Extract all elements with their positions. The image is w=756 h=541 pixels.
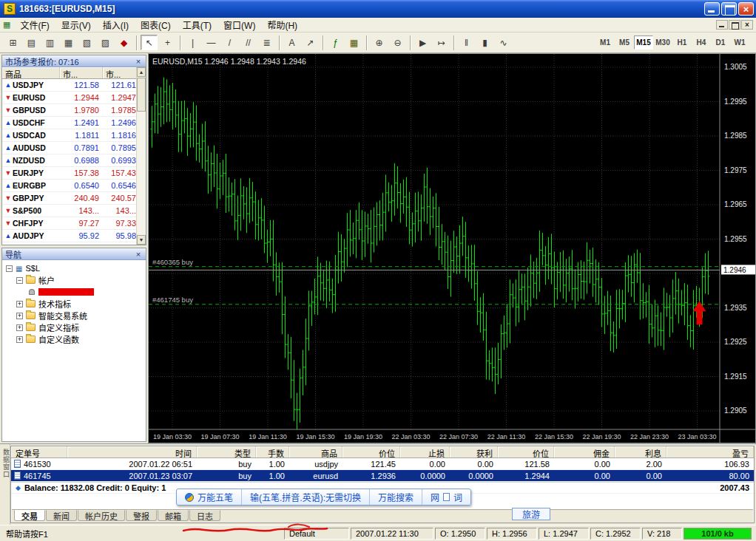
- data-window-button[interactable]: ▦: [60, 35, 77, 50]
- terminal-tab-3[interactable]: 警报: [126, 510, 157, 521]
- market-watch-column-0[interactable]: 商品: [2, 67, 60, 78]
- terminal-tab-0[interactable]: 交易: [14, 510, 45, 521]
- terminal-tab-5[interactable]: 日志: [189, 510, 220, 521]
- bar-chart-button[interactable]: ‖: [458, 35, 475, 50]
- zoom-in-button[interactable]: ⊕: [371, 35, 388, 50]
- timeframe-d1[interactable]: D1: [711, 35, 730, 50]
- market-watch-row[interactable]: ▼GBPUSD1.97801.9785: [2, 104, 146, 117]
- timeframe-m30[interactable]: M30: [653, 35, 672, 50]
- ime-search-button[interactable]: 万能搜索: [370, 489, 422, 505]
- navigator-item-0[interactable]: −帐户: [2, 274, 146, 286]
- expand-icon[interactable]: +: [16, 324, 23, 331]
- data-window-tab[interactable]: 数据窗口: [0, 444, 10, 525]
- zoom-out-button[interactable]: ⊖: [389, 35, 406, 50]
- channel-button[interactable]: //: [240, 35, 257, 50]
- market-watch-column-1[interactable]: 市...: [60, 67, 103, 78]
- vertical-line-button[interactable]: |: [184, 35, 201, 50]
- menu-item-2[interactable]: 插入(I): [97, 20, 135, 32]
- market-watch-row[interactable]: ▲USDCAD1.18111.1816: [2, 129, 146, 142]
- expand-icon[interactable]: +: [16, 336, 23, 343]
- ime-toolbar[interactable]: 万能五笔 输(五笔.拼音.英语):无需切换 万能搜索 网 词: [176, 489, 471, 506]
- minimize-button[interactable]: [704, 2, 720, 16]
- ime-brand[interactable]: 万能五笔: [198, 491, 233, 503]
- indicators-button[interactable]: ƒ: [327, 35, 344, 50]
- new-order-button[interactable]: ◆: [115, 35, 132, 50]
- terminal-column-10[interactable]: 利息: [615, 446, 666, 457]
- market-watch-row[interactable]: ▼EURJPY157.38157.43: [2, 167, 146, 180]
- ime-candidate[interactable]: 旅游: [512, 508, 550, 520]
- market-watch-row[interactable]: ▼CHFJPY97.2797.33: [2, 217, 146, 230]
- auto-scroll-button[interactable]: ▶: [414, 35, 431, 50]
- timeframe-h1[interactable]: H1: [672, 35, 692, 50]
- terminal-column-11[interactable]: 盈亏: [666, 446, 754, 457]
- navigator-title-bar[interactable]: 导航 ×: [2, 248, 146, 260]
- order-row-461745[interactable]: 4617452007.01.23 03:07buy1.00eurusd1.293…: [11, 470, 754, 482]
- market-watch-title-bar[interactable]: 市场参考报价: 07:16 ×: [2, 55, 146, 67]
- scroll-down-icon[interactable]: ▼: [137, 235, 146, 245]
- market-watch-row[interactable]: ▼EURUSD1.29441.2947: [2, 92, 146, 104]
- fibonacci-button[interactable]: ≣: [258, 35, 275, 50]
- profile-box[interactable]: Default: [284, 528, 349, 540]
- scroll-thumb[interactable]: [137, 78, 146, 112]
- market-watch-row[interactable]: ▲AUDJPY95.9295.98: [2, 230, 146, 242]
- expand-icon[interactable]: +: [16, 301, 23, 307]
- maximize-button[interactable]: [721, 2, 737, 16]
- terminal-column-9[interactable]: 佣金: [554, 446, 615, 457]
- chart-shift-button[interactable]: ↦: [433, 35, 450, 50]
- child-restore-button[interactable]: [729, 20, 740, 30]
- terminal-column-1[interactable]: 时间: [67, 446, 197, 457]
- market-watch-row[interactable]: ▲NZDUSD0.69880.6993: [2, 154, 146, 167]
- collapse-icon[interactable]: −: [16, 277, 23, 284]
- terminal-column-7[interactable]: 获利: [450, 446, 498, 457]
- market-watch-row[interactable]: ▲USDJPY121.58121.61: [2, 79, 146, 92]
- arrows-button[interactable]: ↗: [302, 35, 319, 50]
- text-button[interactable]: A: [283, 35, 300, 50]
- navigator-account-item[interactable]: [2, 286, 146, 298]
- menu-item-6[interactable]: 帮助(H): [261, 20, 303, 32]
- timeframe-w1[interactable]: W1: [730, 35, 749, 50]
- market-watch-row[interactable]: ▼GBPJPY240.49240.57: [2, 192, 146, 205]
- market-watch-row[interactable]: ▲EURGBP0.65400.6546: [2, 180, 146, 192]
- chart-area[interactable]: 19 Jan 03:3019 Jan 07:3019 Jan 11:3019 J…: [148, 53, 756, 443]
- trendline-button[interactable]: /: [221, 35, 238, 50]
- horizontal-line-button[interactable]: —: [203, 35, 220, 50]
- terminal-column-2[interactable]: 类型: [197, 446, 256, 457]
- ime-net-button[interactable]: 网: [431, 491, 439, 503]
- market-watch-row[interactable]: ▲USDCHF1.24911.2496: [2, 117, 146, 129]
- navigator-button[interactable]: ▧: [78, 35, 95, 50]
- candlestick-button[interactable]: ▮: [476, 35, 493, 50]
- market-watch-button[interactable]: ▥: [41, 35, 58, 50]
- navigator-item-2[interactable]: +智能交易系统: [2, 310, 146, 321]
- line-chart-button[interactable]: ∿: [495, 35, 512, 50]
- collapse-icon[interactable]: −: [6, 265, 13, 272]
- order-row-461530[interactable]: 4615302007.01.22 06:51buy1.00usdjpy121.4…: [11, 458, 754, 470]
- child-close-button[interactable]: ×: [741, 20, 753, 30]
- scroll-up-icon[interactable]: ▲: [137, 67, 146, 77]
- market-watch-column-2[interactable]: 市...: [103, 67, 140, 78]
- ime-word-button[interactable]: 词: [453, 491, 462, 503]
- terminal-tab-1[interactable]: 新闻: [46, 510, 77, 521]
- terminal-button[interactable]: ▨: [97, 35, 114, 50]
- navigator-root[interactable]: −▦S$L: [2, 262, 146, 274]
- menu-item-4[interactable]: 工具(T): [177, 20, 217, 32]
- menu-item-5[interactable]: 窗口(W): [217, 20, 261, 32]
- terminal-tab-2[interactable]: 帐户历史: [78, 510, 125, 521]
- terminal-tab-4[interactable]: 邮箱: [158, 510, 189, 521]
- terminal-column-6[interactable]: 止损: [400, 446, 450, 457]
- title-bar[interactable]: S 181663:[EURUSD,M15] ×: [0, 0, 756, 18]
- market-watch-scrollbar[interactable]: ▲ ▼: [136, 67, 146, 245]
- terminal-column-5[interactable]: 价位: [342, 446, 400, 457]
- navigator-item-1[interactable]: +技术指标: [2, 298, 146, 310]
- timeframe-m1[interactable]: M1: [595, 35, 615, 50]
- market-watch-row[interactable]: ▲AUDUSD0.78910.7895: [2, 142, 146, 154]
- expand-icon[interactable]: +: [16, 313, 23, 319]
- menu-item-3[interactable]: 图表(C): [135, 20, 177, 32]
- terminal-column-0[interactable]: 定单号: [11, 446, 67, 457]
- navigator-close-icon[interactable]: ×: [134, 250, 143, 259]
- timeframe-m5[interactable]: M5: [615, 35, 634, 50]
- terminal-column-4[interactable]: 商品: [289, 446, 342, 457]
- close-button[interactable]: ×: [738, 2, 754, 16]
- menu-item-1[interactable]: 显示(V): [55, 20, 97, 32]
- crosshair-button[interactable]: +: [159, 35, 176, 50]
- cursor-button[interactable]: ↖: [141, 35, 158, 50]
